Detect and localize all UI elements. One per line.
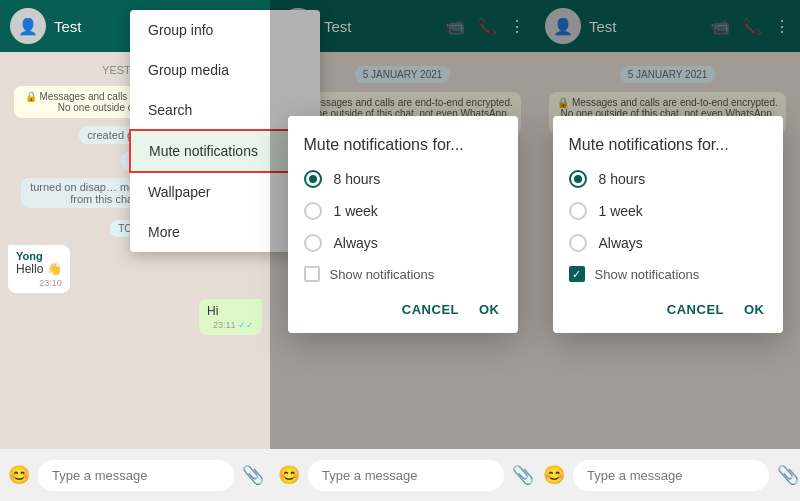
label-always-mid: Always [334, 235, 378, 251]
label-8h-right: 8 hours [599, 171, 646, 187]
chat-input-bar-right: 😊 📎 📷 🎤 [535, 449, 800, 501]
radio-always-right [569, 234, 587, 252]
message-input-right[interactable] [573, 460, 769, 491]
modal-title-mid: Mute notifications for... [304, 136, 502, 154]
mute-modal-right: Mute notifications for... 8 hours 1 week… [553, 116, 783, 333]
option-1w-right[interactable]: 1 week [569, 202, 767, 220]
msg-text-out: Hi [207, 304, 254, 318]
right-emoji-icon[interactable]: 😊 [543, 464, 565, 486]
bubble-outgoing: Hi 23:11 ✓✓ [199, 299, 262, 335]
bubble-incoming: Yong Hello 👋 23:10 [8, 245, 70, 293]
checkbox-label-mid: Show notifications [330, 267, 435, 282]
modal-overlay-mid: Mute notifications for... 8 hours 1 week… [270, 0, 535, 449]
menu-item-label-wallpaper: Wallpaper [148, 184, 211, 200]
right-panel: 👤 Test 📹 📞 ⋮ 5 JANUARY 2021 🔒 Messages a… [535, 0, 800, 501]
option-8h-right[interactable]: 8 hours [569, 170, 767, 188]
right-attach-icon[interactable]: 📎 [777, 464, 799, 486]
cancel-button-right[interactable]: CANCEL [665, 298, 726, 321]
emoji-icon[interactable]: 😊 [8, 464, 30, 486]
mute-modal-mid: Mute notifications for... 8 hours 1 week… [288, 116, 518, 333]
menu-item-label-group-info: Group info [148, 22, 213, 38]
cancel-button-mid[interactable]: CANCEL [400, 298, 461, 321]
modal-actions-right: CANCEL OK [569, 298, 767, 321]
mid-emoji-icon[interactable]: 😊 [278, 464, 300, 486]
radio-8h-right [569, 170, 587, 188]
read-checkmark: ✓✓ [238, 320, 254, 330]
checkbox-mid [304, 266, 320, 282]
menu-item-label-mute: Mute notifications [149, 143, 258, 159]
mid-attach-icon[interactable]: 📎 [512, 464, 534, 486]
show-notifications-row-mid[interactable]: Show notifications [304, 266, 502, 282]
left-panel: 👤 Test 📹 📞 ⋮ YESTERDAY 🔒 Messages and ca… [0, 0, 270, 501]
option-always-mid[interactable]: Always [304, 234, 502, 252]
chat-input-bar-left: 😊 📎 📷 🎤 [0, 449, 270, 501]
msg-time: 23:10 [39, 278, 62, 288]
ok-button-right[interactable]: OK [742, 298, 767, 321]
message-row-outgoing: Hi 23:11 ✓✓ [8, 299, 262, 335]
radio-dot-8h-mid [309, 175, 317, 183]
msg-text: Hello 👋 [16, 262, 62, 276]
check-mark-icon: ✓ [572, 268, 581, 281]
attach-icon[interactable]: 📎 [242, 464, 264, 486]
radio-1w-mid [304, 202, 322, 220]
menu-item-label-more: More [148, 224, 180, 240]
radio-8h-mid [304, 170, 322, 188]
checkbox-label-right: Show notifications [595, 267, 700, 282]
menu-item-label-group-media: Group media [148, 62, 229, 78]
msg-time-out: 23:11 ✓✓ [213, 320, 254, 330]
msg-sender: Yong [16, 250, 62, 262]
label-always-right: Always [599, 235, 643, 251]
avatar[interactable]: 👤 [10, 8, 46, 44]
radio-always-mid [304, 234, 322, 252]
modal-overlay-right: Mute notifications for... 8 hours 1 week… [535, 0, 800, 449]
ok-button-mid[interactable]: OK [477, 298, 502, 321]
mid-panel: 👤 Test 📹 📞 ⋮ 5 JANUARY 2021 🔒 Messages a… [270, 0, 535, 501]
chat-input-bar-mid: 😊 📎 📷 🎤 [270, 449, 535, 501]
menu-item-label-search: Search [148, 102, 192, 118]
show-notifications-row-right[interactable]: ✓ Show notifications [569, 266, 767, 282]
radio-1w-right [569, 202, 587, 220]
option-1w-mid[interactable]: 1 week [304, 202, 502, 220]
message-input-mid[interactable] [308, 460, 504, 491]
radio-dot-8h-right [574, 175, 582, 183]
label-8h-mid: 8 hours [334, 171, 381, 187]
option-always-right[interactable]: Always [569, 234, 767, 252]
label-1w-mid: 1 week [334, 203, 378, 219]
checkbox-right: ✓ [569, 266, 585, 282]
message-row-incoming: Yong Hello 👋 23:10 [8, 245, 262, 293]
label-1w-right: 1 week [599, 203, 643, 219]
modal-title-right: Mute notifications for... [569, 136, 767, 154]
option-8h-mid[interactable]: 8 hours [304, 170, 502, 188]
modal-actions-mid: CANCEL OK [304, 298, 502, 321]
message-input-left[interactable] [38, 460, 234, 491]
